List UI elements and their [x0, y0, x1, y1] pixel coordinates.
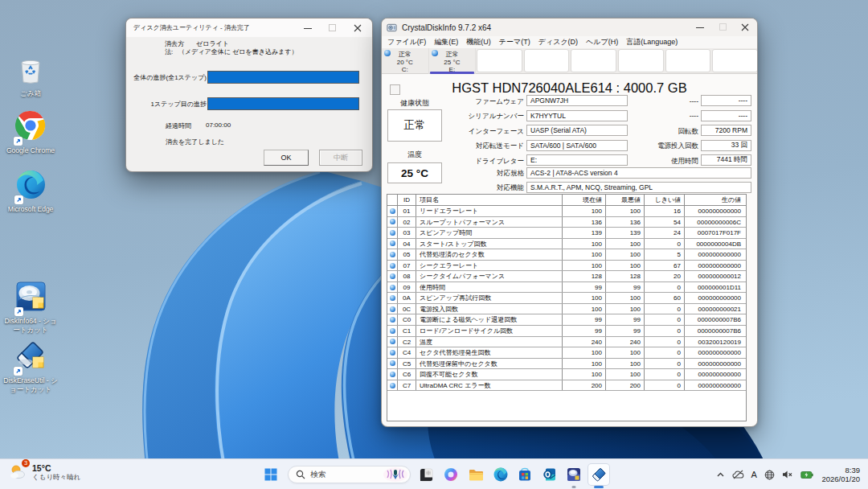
smart-cell-current: 240: [563, 337, 606, 347]
smart-status-dot: [390, 295, 395, 301]
field-left-3: 対応転送モードSATA/600 | SATA/600: [526, 140, 628, 151]
close-button[interactable]: [345, 20, 370, 35]
diskinfo-icon: [16, 281, 46, 314]
smart-attributes-table: ID項目名現在値最悪値しきい値生の値01リードエラーレート10010016000…: [387, 194, 747, 421]
desktop-icon-diskinfo64[interactable]: DiskInfo64 - ショートカット: [0, 281, 61, 335]
maximize-button[interactable]: [320, 20, 345, 35]
smart-cell-worst: 100: [606, 347, 645, 358]
smart-status-dot: [390, 383, 395, 388]
search-box[interactable]: 検索: [288, 466, 411, 483]
smart-cell-name: 回復不可能セクタ数: [416, 369, 563, 380]
smart-row-08[interactable]: 08シークタイムパフォーマンス12812820000000000012: [387, 271, 746, 282]
smart-cell-status: [387, 304, 398, 314]
step-progress-fill: [208, 98, 358, 109]
field-right-0-label: ----: [690, 97, 698, 105]
drive-tab-empty-slot: [711, 48, 758, 74]
field-right-2-value: 7200 RPM: [701, 125, 751, 136]
smart-cell-id: 0C: [398, 304, 416, 314]
minimize-button[interactable]: [689, 19, 711, 35]
field-wide-1-value: S.M.A.R.T., APM, NCQ, Streaming, GPL: [526, 182, 751, 193]
smart-cell-threshold: 0: [645, 326, 685, 336]
smart-cell-worst: 136: [606, 217, 645, 228]
smart-row-C1[interactable]: C1ロード/アンロードサイクル回数999900000000007B6: [387, 326, 746, 337]
smart-row-07[interactable]: 07シークエラーレート10010067000000000000: [387, 261, 746, 272]
smart-row-0C[interactable]: 0C電源投入回数1001000000000000021: [387, 304, 746, 315]
smart-row-C2[interactable]: C2温度2402400003200120019: [387, 337, 746, 348]
close-button[interactable]: [734, 19, 756, 35]
health-status-box[interactable]: 正常: [387, 109, 442, 142]
outlook-icon[interactable]: [539, 464, 560, 485]
smart-row-C7[interactable]: C7UltraDMA CRC エラー数2002000000000000000: [387, 380, 746, 392]
cdi-titlebar[interactable]: CrystalDiskInfo 9.7.2 x64: [382, 18, 757, 36]
hidden-icons-chevron-icon[interactable]: [716, 471, 725, 479]
smart-row-03[interactable]: 03スピンアップ時間139139240007017F017F: [387, 228, 746, 239]
field-left-1: シリアルナンバーK7HYYTUL: [526, 110, 628, 121]
maximize-button[interactable]: [711, 19, 734, 35]
field-left-3-value: SATA/600 | SATA/600: [526, 140, 628, 151]
volume-muted-icon[interactable]: [782, 470, 793, 479]
edge-taskbar-icon[interactable]: [490, 464, 511, 485]
smart-cell-id: C5: [398, 359, 416, 369]
minimize-button[interactable]: [295, 20, 320, 35]
smart-cell-worst: 128: [606, 271, 645, 281]
copilot-icon[interactable]: [440, 464, 461, 485]
desktop-icon-recycle-bin[interactable]: ごみ箱: [0, 58, 61, 98]
smart-status-dot: [390, 285, 395, 290]
onedrive-paused-icon[interactable]: [732, 470, 744, 479]
drive-tab-E[interactable]: 正常25 °CE:: [429, 48, 477, 74]
smart-row-05[interactable]: 05代替処理済のセクタ数1001005000000000000: [387, 249, 746, 261]
desktop-icon-google-chrome[interactable]: Google Chrome: [0, 110, 61, 155]
menu-item-1[interactable]: 編集(E): [430, 37, 462, 47]
battery-icon[interactable]: [800, 471, 813, 479]
crystaldiskinfo-window: CrystalDiskInfo 9.7.2 x64 ファイル(F)編集(E)機能…: [381, 18, 758, 427]
temperature-box[interactable]: 25 °C: [387, 162, 442, 183]
smart-row-C6[interactable]: C6回復不可能セクタ数1001000000000000000: [387, 369, 746, 380]
smart-cell-worst: 99: [606, 326, 645, 336]
elapsed-time-label: 経過時間: [166, 121, 191, 130]
field-left-1-label: シリアルナンバー: [469, 112, 524, 121]
smart-row-02[interactable]: 02スループットパフォーマンス1361365400000000006C: [387, 217, 746, 228]
smart-row-01[interactable]: 01リードエラーレート10010016000000000000: [387, 206, 746, 217]
desktop-icon-diskeraseutil[interactable]: DiskEraseUtil - ショートカット: [0, 340, 61, 394]
tray-clock[interactable]: 8:39 2026/01/20: [821, 466, 860, 484]
widgets-notification-badge: 3: [22, 459, 30, 467]
smart-cell-status: [387, 314, 398, 325]
running-app-indicator: [572, 486, 576, 488]
menu-item-5[interactable]: ヘルプ(H): [582, 37, 622, 47]
crystaldiskinfo-taskbar-icon[interactable]: [563, 464, 584, 485]
menu-item-3[interactable]: テーマ(T): [495, 37, 534, 47]
desktop-icon-label: DiskEraseUtil - ショートカット: [2, 376, 59, 394]
smart-cell-id: C4: [398, 347, 416, 358]
erase-dialog-titlebar[interactable]: ディスク消去ユーティリティ - 消去完了: [126, 18, 372, 37]
empty-drive-slot-card: [524, 49, 570, 72]
weather-widget[interactable]: 3 15°C くもり時々晴れ: [8, 462, 80, 482]
task-view-icon[interactable]: [416, 464, 437, 485]
field-left-0-label: ファームウェア: [475, 97, 524, 107]
start-button[interactable]: [260, 464, 281, 485]
smart-row-C5[interactable]: C5代替処理保留中のセクタ数1001000000000000000: [387, 359, 746, 370]
smart-cell-current: 100: [563, 369, 606, 380]
desktop-icon-microsoft-edge[interactable]: Microsoft Edge: [0, 170, 61, 214]
ime-mode-indicator[interactable]: A: [751, 470, 757, 479]
smart-cell-id: 01: [398, 206, 416, 216]
smart-cell-worst: 100: [606, 261, 645, 271]
ok-button[interactable]: OK: [264, 150, 309, 166]
step-progress-bar: [207, 97, 359, 110]
smart-row-0A[interactable]: 0Aスピンアップ再試行回数10010060000000000000: [387, 293, 746, 304]
menu-item-0[interactable]: ファイル(F): [383, 37, 430, 47]
smart-row-09[interactable]: 09使用時間99990000000001D11: [387, 282, 746, 294]
smart-cell-status: [387, 359, 398, 369]
diskerase-taskbar-icon[interactable]: [588, 464, 609, 485]
microsoft-store-icon[interactable]: [514, 464, 535, 485]
file-explorer-icon[interactable]: [465, 464, 486, 485]
menu-item-4[interactable]: ディスク(D): [534, 37, 582, 47]
smart-cell-id: C2: [398, 337, 416, 347]
network-globe-icon[interactable]: [764, 470, 775, 480]
smart-row-C4[interactable]: C4セクタ代替処理発生回数1001000000000000000: [387, 347, 746, 359]
menu-item-2[interactable]: 機能(U): [462, 37, 495, 47]
drive-tab-C[interactable]: 正常20 °CC:: [382, 48, 429, 74]
smart-row-04[interactable]: 04スタート/ストップ回数10010000000000004DB: [387, 239, 746, 250]
menu-item-6[interactable]: 言語(Language): [622, 37, 682, 47]
smart-row-C0[interactable]: C0電源断による磁気ヘッド退避回数999900000000007B6: [387, 314, 746, 326]
abort-button[interactable]: 中断: [319, 150, 362, 166]
